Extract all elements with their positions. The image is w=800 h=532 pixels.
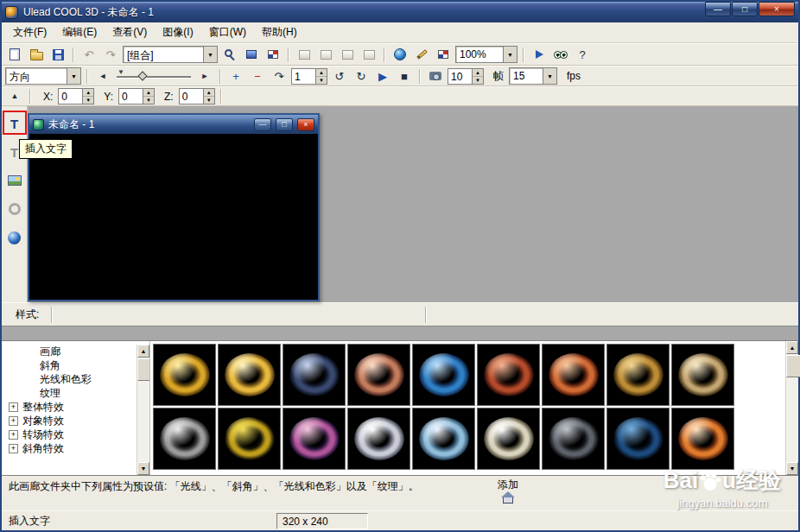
tree-scrollbar[interactable]: ▲ ▼ xyxy=(137,345,149,475)
menu-item[interactable]: 文件(F) xyxy=(5,22,54,42)
edit-button[interactable] xyxy=(412,46,431,63)
preview-button[interactable] xyxy=(551,46,570,63)
zoom-combo[interactable]: 100% ▼ xyxy=(455,46,517,63)
pingpong-button[interactable]: ↻ xyxy=(352,67,371,85)
spin-up-icon[interactable]: ▲ xyxy=(316,69,327,77)
loop-button[interactable]: ↺ xyxy=(330,67,349,85)
style-thumbnail[interactable] xyxy=(671,344,734,406)
edit-shape-button[interactable] xyxy=(4,199,25,219)
tree-item[interactable]: 斜角 xyxy=(2,358,137,372)
spin-up-icon[interactable]: ▲ xyxy=(204,89,214,97)
document-minimize-button[interactable]: — xyxy=(254,118,271,131)
frame-rate-combo[interactable]: 15 ▼ xyxy=(509,67,557,85)
menu-item[interactable]: 编辑(E) xyxy=(54,22,105,42)
add-frame-button[interactable]: + xyxy=(226,67,245,85)
tree-item[interactable]: 光线和色彩 xyxy=(2,372,137,386)
style-thumbnail[interactable] xyxy=(412,344,475,406)
scrollbar-thumb[interactable] xyxy=(786,355,800,377)
tree-item[interactable]: 画廊 xyxy=(2,345,137,358)
style-thumbnail[interactable] xyxy=(606,344,670,406)
spin-down-icon[interactable]: ▼ xyxy=(473,77,483,84)
document-maximize-button[interactable]: □ xyxy=(276,118,293,131)
menu-item[interactable]: 查看(V) xyxy=(105,22,155,42)
add-control[interactable]: 添加 xyxy=(498,479,518,510)
menu-item[interactable]: 图像(I) xyxy=(155,22,200,42)
panel-toggle-4-button[interactable] xyxy=(359,46,378,63)
spin-down-icon[interactable]: ▼ xyxy=(204,97,214,104)
style-thumbnail[interactable] xyxy=(477,408,540,470)
stop-button[interactable]: ■ xyxy=(395,67,414,85)
quick-render-button[interactable] xyxy=(220,46,239,63)
direction-combo[interactable]: 方向 ▼ xyxy=(5,67,81,85)
save-file-button[interactable] xyxy=(48,46,67,63)
style-thumbnail[interactable] xyxy=(218,344,281,406)
tree-expander-icon[interactable]: + xyxy=(9,444,18,453)
record-button[interactable] xyxy=(426,67,445,85)
redo-button[interactable]: ↷ xyxy=(101,46,120,63)
style-thumbnail[interactable] xyxy=(477,344,540,406)
scrollbar-track[interactable] xyxy=(786,354,798,462)
open-file-button[interactable] xyxy=(27,46,46,63)
style-thumbnail[interactable] xyxy=(412,408,475,470)
last-frame-button[interactable]: ► xyxy=(195,67,214,85)
spin-down-icon[interactable]: ▼ xyxy=(143,97,154,104)
spinner-arrows[interactable]: ▲▼ xyxy=(203,89,214,104)
close-button[interactable]: × xyxy=(759,2,795,16)
style-thumbnail[interactable] xyxy=(542,344,605,406)
scrollbar-thumb[interactable] xyxy=(137,358,150,381)
spinner-arrows[interactable]: ▲▼ xyxy=(472,69,483,84)
wireframe-mode-button[interactable] xyxy=(242,46,261,63)
timeline-slider[interactable]: ▼ xyxy=(117,69,191,83)
minimize-button[interactable]: — xyxy=(705,2,731,16)
style-thumbnail[interactable] xyxy=(283,344,346,406)
style-thumbnail[interactable] xyxy=(671,408,734,470)
undo-button[interactable]: ↶ xyxy=(79,46,98,63)
document-titlebar[interactable]: 未命名 - 1 — □ × xyxy=(29,115,318,134)
delete-frame-button[interactable]: − xyxy=(248,67,267,85)
web-button[interactable] xyxy=(390,46,410,63)
spin-up-icon[interactable]: ▲ xyxy=(83,89,93,97)
style-thumbnail[interactable] xyxy=(347,408,410,470)
gallery-scrollbar[interactable]: ▲ ▼ xyxy=(785,341,798,475)
style-thumbnail[interactable] xyxy=(542,408,605,470)
transform-toggle-button[interactable]: ▲ xyxy=(5,88,24,105)
panel-toggle-3-button[interactable] xyxy=(338,46,357,63)
insert-text-button[interactable]: T xyxy=(4,113,25,134)
play-button[interactable]: ▶ xyxy=(373,67,392,85)
export-button[interactable] xyxy=(530,46,549,63)
object-group-combo[interactable]: [组合] ▼ xyxy=(123,46,218,63)
panel-toggle-1-button[interactable] xyxy=(295,46,314,63)
tree-expander-icon[interactable]: + xyxy=(9,402,18,412)
scroll-up-icon[interactable]: ▲ xyxy=(786,341,798,354)
dropdown-arrow-icon[interactable]: ▼ xyxy=(543,68,556,84)
menu-item[interactable]: 帮助(H) xyxy=(254,22,305,42)
tree-item[interactable]: 纹理 xyxy=(2,386,137,400)
tree-expander-icon[interactable]: + xyxy=(9,416,18,426)
help-button[interactable]: ? xyxy=(573,46,592,63)
style-thumbnail[interactable] xyxy=(283,408,346,470)
spin-up-icon[interactable]: ▲ xyxy=(473,69,483,77)
tree-item[interactable]: + 斜角特效 xyxy=(2,441,137,455)
tree-item[interactable]: + 对象特效 xyxy=(2,414,137,428)
surface-mode-button[interactable] xyxy=(263,46,283,63)
spinner-arrows[interactable]: ▲▼ xyxy=(143,89,154,104)
style-thumbnail[interactable] xyxy=(606,408,670,470)
texture-sphere-button[interactable] xyxy=(4,227,25,248)
render-canvas[interactable] xyxy=(29,134,318,300)
panel-toggle-2-button[interactable] xyxy=(316,46,335,63)
scroll-down-icon[interactable]: ▼ xyxy=(786,462,798,475)
total-frames-spinner[interactable]: 10 ▲▼ xyxy=(448,68,484,85)
scrollbar-track[interactable] xyxy=(137,358,149,462)
maximize-button[interactable]: □ xyxy=(732,2,758,16)
style-thumbnail[interactable] xyxy=(218,408,281,470)
current-frame-spinner[interactable]: 1 ▲▼ xyxy=(291,68,327,85)
y-position-spinner[interactable]: 0 ▲▼ xyxy=(118,88,155,104)
tree-item[interactable]: + 转场特效 xyxy=(2,428,137,441)
insert-graphics-button[interactable] xyxy=(4,170,25,191)
dropdown-arrow-icon[interactable]: ▼ xyxy=(67,68,80,84)
tree-expander-icon[interactable]: + xyxy=(9,430,18,440)
style-thumbnail[interactable] xyxy=(153,408,216,470)
spinner-arrows[interactable]: ▲▼ xyxy=(82,89,93,104)
spinner-arrows[interactable]: ▲▼ xyxy=(315,69,327,84)
dimensions-button[interactable] xyxy=(434,46,453,63)
